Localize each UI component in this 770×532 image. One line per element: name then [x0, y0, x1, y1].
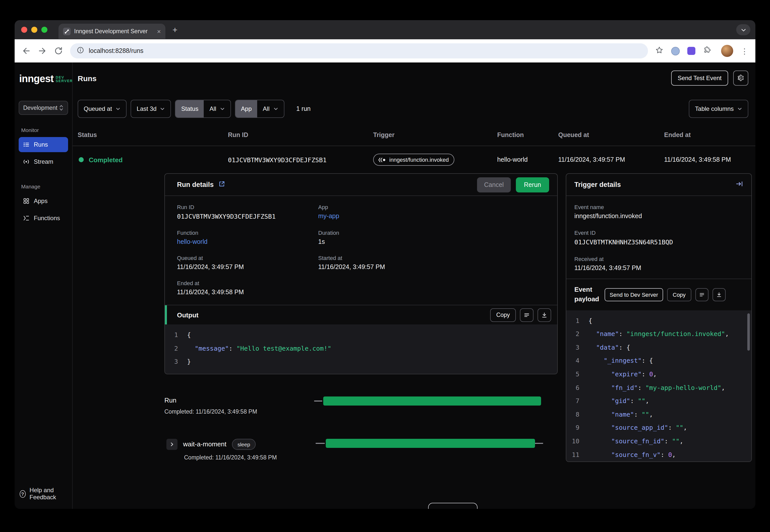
table-row[interactable]: Completed 01JCVBTMV3WXY9D3CFDEJFZSB1 inn… [73, 146, 755, 173]
trigger-name: inngest/function.invoked [389, 157, 449, 163]
sidebar-item-apps[interactable]: Apps [19, 193, 68, 209]
app-link[interactable]: my-app [318, 213, 545, 220]
environment-select[interactable]: Development [19, 101, 68, 115]
close-window-button[interactable] [21, 27, 27, 33]
browser-tabstrip: Inngest Development Server × + [15, 20, 755, 39]
sidebar-item-label: Functions [34, 215, 60, 222]
function-name: hello-world [497, 156, 558, 163]
col-trigger: Trigger [373, 131, 497, 138]
table-columns-button[interactable]: Table columns [689, 100, 748, 118]
help-icon: ? [20, 490, 25, 497]
zoom-window-button[interactable] [41, 27, 47, 33]
minimize-window-button[interactable] [31, 27, 37, 33]
collapse-panel-button[interactable] [736, 180, 743, 189]
status-filter-value: All [210, 105, 216, 112]
code-line: 4 "_inngest": { [566, 354, 751, 368]
run-details-card: Run details Cancel Rerun [164, 173, 558, 374]
cancel-button[interactable]: Cancel [477, 177, 511, 192]
main-content: Runs Send Test Event Queued at Last [72, 62, 755, 509]
logo: inngest DEV SERVER [19, 74, 68, 84]
timeline-run-label: Run [164, 396, 176, 404]
col-function: Function [497, 131, 558, 138]
code-line: 3 "data": { [566, 341, 751, 354]
sidebar-section-monitor: Monitor [21, 127, 68, 133]
field-ended-at: Ended at 11/16/2024, 3:49:58 PM [177, 280, 318, 296]
send-test-event-button[interactable]: Send Test Event [671, 71, 728, 86]
sidebar-item-functions[interactable]: Functions [19, 211, 68, 226]
field-event-name: Event name inngest/function.invoked [574, 204, 743, 220]
code-line: 1{ [566, 314, 751, 327]
help-and-feedback[interactable]: ? Help and Feedback [19, 487, 68, 501]
run-detail-area: Run details Cancel Rerun [73, 173, 755, 509]
tab-title: Inngest Development Server [74, 28, 153, 34]
function-link[interactable]: hello-world [177, 238, 318, 245]
copy-payload-button[interactable]: Copy [667, 288, 691, 301]
environment-select-value: Development [23, 105, 57, 111]
browser-tab[interactable]: Inngest Development Server × [58, 24, 165, 39]
timeline-tick [316, 443, 325, 444]
output-title: Output [177, 311, 199, 319]
run-details-fields: Run ID 01JCVBTMV3WXY9D3CFDEJFZSB1 App my… [165, 196, 557, 305]
tab-close-icon[interactable]: × [157, 28, 161, 35]
cut-off-button[interactable] [428, 503, 477, 509]
sidebar-item-runs[interactable]: Runs [19, 137, 68, 152]
code-line: 5 "expire": 0, [566, 368, 751, 381]
scroll-to-bottom-button[interactable] [712, 288, 725, 301]
bookmark-star-icon[interactable] [655, 46, 664, 56]
time-range-filter[interactable]: Last 3d [130, 100, 171, 118]
reload-button[interactable] [54, 46, 63, 55]
timeline-tick [535, 443, 543, 444]
rerun-button[interactable]: Rerun [516, 177, 549, 192]
scrollbar-thumb[interactable] [747, 313, 750, 350]
run-count: 1 run [296, 105, 311, 112]
stream-icon [23, 158, 30, 165]
chevron-right-icon [169, 442, 174, 447]
toolbar-actions: ⋮ [655, 45, 748, 57]
settings-gear-button[interactable] [733, 71, 748, 86]
browser-menu-icon[interactable]: ⋮ [741, 47, 748, 55]
tab-search-button[interactable] [736, 24, 750, 35]
word-wrap-button[interactable] [695, 288, 708, 301]
col-queued-at: Queued at [558, 131, 664, 138]
code-line: 2 "message": "Hello test@example.com!" [165, 342, 557, 355]
functions-icon [23, 215, 30, 222]
code-line: 9 "source_app_id": "", [566, 421, 751, 435]
apps-icon [23, 197, 30, 205]
extension-icon-2[interactable] [687, 47, 695, 55]
status-badge: Completed [89, 156, 122, 163]
back-button[interactable] [22, 46, 31, 55]
app-filter[interactable]: App All [235, 100, 284, 118]
status-filter[interactable]: Status All [175, 100, 231, 118]
event-payload-title: Event payload [574, 285, 601, 304]
status-dot [79, 157, 84, 162]
address-bar[interactable]: localhost:8288/runs [70, 43, 648, 58]
extension-icon[interactable] [671, 47, 680, 55]
trigger-fields: Event name inngest/function.invoked Even… [566, 196, 751, 279]
trigger-pill[interactable]: inngest/function.invoked [373, 154, 454, 166]
new-tab-button[interactable]: + [172, 25, 177, 34]
queued-at-filter[interactable]: Queued at [78, 100, 126, 118]
profile-avatar[interactable] [721, 45, 733, 57]
scroll-to-bottom-button[interactable] [537, 308, 551, 322]
open-external-icon[interactable] [218, 180, 226, 189]
ended-at-value: 11/16/2024, 3:49:58 PM [664, 156, 755, 163]
inngest-favicon-icon [63, 27, 71, 35]
browser-window: Inngest Development Server × + [15, 20, 755, 509]
step-kind-badge: sleep [232, 439, 256, 450]
word-wrap-button[interactable] [520, 308, 533, 322]
expand-step-button[interactable] [166, 439, 177, 450]
sidebar-item-stream[interactable]: Stream [19, 154, 68, 169]
timeline-tick [314, 401, 322, 402]
output-accent-bar [165, 305, 167, 324]
runs-icon [23, 141, 30, 148]
code-line: 10 "source_fn_id": "", [566, 435, 751, 448]
send-to-dev-server-button[interactable]: Send to Dev Server [605, 288, 663, 301]
step-status: Completed: 11/16/2024, 3:49:58 PM [184, 454, 558, 460]
site-info-icon[interactable] [77, 46, 84, 56]
extensions-puzzle-icon[interactable] [703, 46, 712, 56]
inngest-logo: inngest [19, 74, 54, 84]
forward-button[interactable] [38, 46, 47, 55]
dev-server-badge: DEV SERVER [56, 76, 73, 84]
copy-output-button[interactable]: Copy [490, 308, 516, 322]
run-timeline: Run Completed: 11/16/2024, 3:49:58 PM [164, 396, 558, 462]
